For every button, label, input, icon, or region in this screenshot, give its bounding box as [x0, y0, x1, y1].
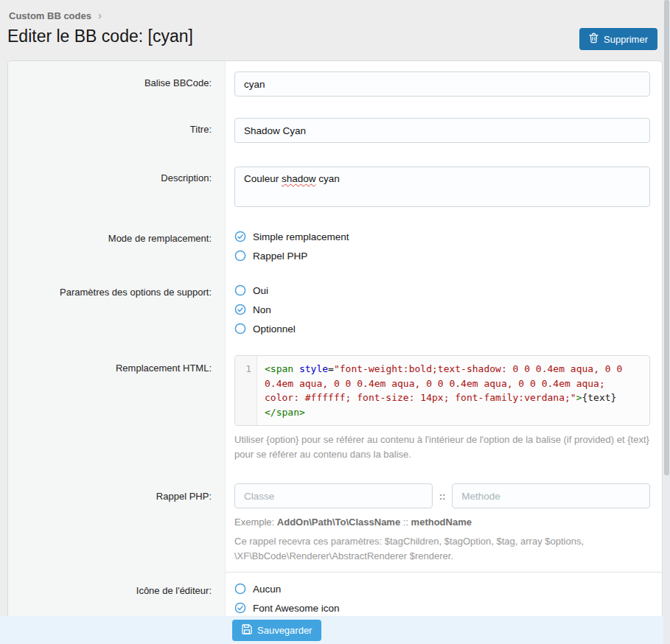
- vertical-scrollbar[interactable]: [663, 0, 670, 644]
- php-params-note: Ce rappel recevra ces paramètres: $tagCh…: [234, 534, 650, 563]
- radio-unchecked-icon: [234, 250, 246, 262]
- php-separator: ::: [433, 491, 453, 502]
- radio-font-awesome-icon[interactable]: Font Awesome icon: [234, 602, 650, 614]
- code-content[interactable]: <span style="font-weight:bold;text-shado…: [257, 356, 649, 425]
- description-label: Description:: [8, 154, 226, 218]
- radio-label: Non: [253, 304, 271, 315]
- delete-button[interactable]: Supprimer: [579, 28, 657, 50]
- radio-aucun[interactable]: Aucun: [234, 583, 650, 595]
- bbcode-tag-label: Balise BBCode:: [8, 61, 226, 108]
- php-class-input[interactable]: [234, 483, 433, 508]
- radio-label: Rappel PHP: [253, 251, 307, 262]
- option-support-label: Paramètres des options de support:: [8, 275, 226, 346]
- radio-unchecked-icon: [234, 284, 246, 296]
- form-row-html-replacement: Remplacement HTML: 1 <span style="font-w…: [8, 346, 662, 475]
- breadcrumb: Custom BB codes›: [9, 9, 102, 21]
- form-row-php-callback: Rappel PHP: :: Exemple: AddOn\Path\To\Cl…: [8, 475, 662, 572]
- save-bar: Sauvegarder: [0, 616, 663, 644]
- floppy-disk-icon: [242, 624, 252, 637]
- save-button[interactable]: Sauvegarder: [232, 620, 321, 641]
- replacement-mode-label: Mode de remplacement:: [8, 218, 226, 275]
- php-example: Exemple: AddOn\Path\To\ClassName :: meth…: [234, 517, 650, 528]
- radio-label: Oui: [253, 285, 268, 296]
- form-row-editor-icon: Icône de l'éditeur: Aucun Font Awesome i…: [8, 572, 662, 621]
- form-row-replacement-mode: Mode de remplacement: Simple remplacemen…: [8, 218, 662, 275]
- radio-oui[interactable]: Oui: [234, 284, 650, 296]
- radio-unchecked-icon: [234, 583, 246, 595]
- form-row-description: Description: Couleur shadow cyan: [8, 154, 662, 218]
- form-row-option-support: Paramètres des options de support: Oui N…: [8, 275, 662, 346]
- html-replacement-hint: Utiliser {option} pour se référer au con…: [234, 433, 650, 461]
- bbcode-tag-input[interactable]: [234, 71, 650, 97]
- radio-checked-icon: [234, 602, 246, 614]
- radio-checked-icon: [234, 304, 246, 315]
- breadcrumb-link[interactable]: Custom BB codes: [9, 10, 91, 21]
- trash-icon: [589, 32, 599, 46]
- radio-label: Optionnel: [253, 323, 296, 335]
- title-label: Titre:: [8, 108, 226, 154]
- description-textarea[interactable]: Couleur shadow cyan: [234, 167, 650, 207]
- radio-label: Simple remplacement: [253, 231, 349, 242]
- bbcode-edit-form: Balise BBCode: Titre: Description: Coule…: [7, 60, 663, 644]
- radio-simple-replacement[interactable]: Simple remplacement: [234, 231, 650, 242]
- radio-php-callback[interactable]: Rappel PHP: [234, 250, 650, 262]
- html-code-editor[interactable]: 1 <span style="font-weight:bold;text-sha…: [234, 355, 650, 426]
- radio-checked-icon: [234, 231, 246, 242]
- radio-unchecked-icon: [234, 323, 246, 335]
- radio-label: Font Awesome icon: [253, 603, 340, 614]
- form-row-title: Titre:: [8, 108, 662, 154]
- title-input[interactable]: [234, 118, 650, 143]
- page-title: Editer le BB code: [cyan]: [7, 27, 193, 46]
- scrollbar-thumb[interactable]: [664, 0, 669, 475]
- html-replacement-label: Remplacement HTML:: [8, 346, 226, 475]
- save-button-label: Sauvegarder: [257, 625, 312, 636]
- code-line-number: 1: [235, 356, 257, 425]
- breadcrumb-separator-icon: ›: [98, 9, 102, 21]
- php-method-input[interactable]: [452, 483, 650, 508]
- editor-icon-label: Icône de l'éditeur:: [8, 572, 226, 621]
- delete-button-label: Supprimer: [604, 34, 648, 45]
- radio-optionnel[interactable]: Optionnel: [234, 323, 650, 335]
- php-callback-label: Rappel PHP:: [8, 475, 226, 572]
- form-row-bbcode-tag: Balise BBCode:: [8, 61, 662, 108]
- radio-label: Aucun: [253, 584, 281, 595]
- radio-non[interactable]: Non: [234, 304, 650, 315]
